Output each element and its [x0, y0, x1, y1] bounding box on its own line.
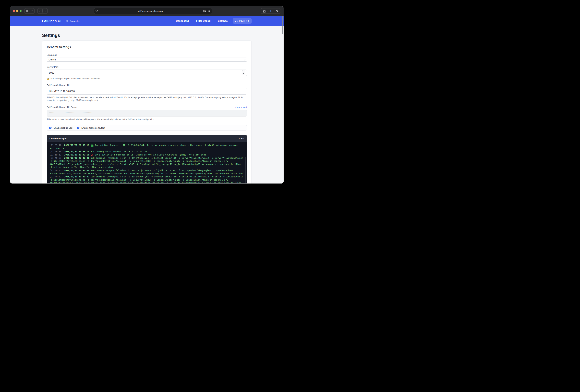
- window-controls: [13, 10, 22, 12]
- language-value: English: [48, 58, 56, 61]
- share-icon[interactable]: [263, 10, 266, 12]
- browser-window: fail2ban.swissmakers.corp A: [10, 6, 284, 184]
- toggle-label[interactable]: Enable Debug Log: [54, 127, 72, 129]
- server-port-input[interactable]: 8080: [47, 70, 247, 76]
- port-warning: Port changes require a container restart…: [47, 78, 247, 80]
- minimize-window-button[interactable]: [16, 10, 18, 12]
- zoom-window-button[interactable]: [20, 10, 22, 12]
- back-button[interactable]: [39, 10, 41, 12]
- forward-button[interactable]: [44, 10, 46, 12]
- server-port-field: Server Port 8080: [47, 66, 247, 80]
- callback-secret-input[interactable]: ••••••••••••••••••••••••••••••••••••••••…: [47, 110, 247, 116]
- toggle-0[interactable]: ✓ Enable Debug Log: [49, 127, 72, 129]
- console-panel: Console Output Clear [21:39:10] 2026/01/…: [47, 135, 247, 184]
- callback-url-label: Fail2ban Callback URL: [47, 84, 247, 87]
- callback-secret-field: Fail2ban Callback URL Secret show secret…: [47, 106, 247, 121]
- log-entry: [21:40:02] 2026/01/21 20:40:02 SSH comma…: [49, 169, 243, 175]
- callback-url-input[interactable]: http://172.16.10.18:8080: [47, 88, 247, 95]
- callback-url-help: This URL is used by all Fail2Ban instanc…: [47, 96, 247, 102]
- toolbar-right-group: +: [261, 8, 281, 14]
- main-nav: Dashboard Filter Debug Settings: [176, 20, 228, 22]
- connected-indicator-icon: [66, 20, 68, 22]
- server-port-label: Server Port: [47, 66, 247, 68]
- number-stepper-icon[interactable]: [242, 70, 245, 75]
- console-horizontal-scrollbar[interactable]: [47, 183, 247, 184]
- app-brand: Fail2ban UI: [42, 19, 61, 23]
- nav-settings[interactable]: Settings: [218, 20, 228, 22]
- log-entry: [21:39:10] 2026/01/21 20:39:10 ✓ Parsed …: [49, 144, 243, 150]
- page-scrollbar-thumb[interactable]: [282, 16, 283, 34]
- toggle-label[interactable]: Enable Console Output: [81, 127, 105, 129]
- connection-status: Connected: [66, 20, 80, 22]
- console-header: Console Output Clear: [47, 135, 247, 142]
- sidebar-toggle-icon[interactable]: [26, 10, 29, 12]
- callback-url-value: http://172.16.10.18:8080: [49, 90, 75, 93]
- callback-url-field: Fail2ban Callback URL http://172.16.10.1…: [47, 84, 247, 102]
- cross-emoji-icon: ✗: [91, 154, 93, 156]
- chevron-down-icon[interactable]: [31, 10, 33, 11]
- log-entry: [21:40:02] 2026/01/21 20:40:02 SSH comma…: [49, 175, 243, 184]
- browser-toolbar: fail2ban.swissmakers.corp A: [10, 6, 284, 16]
- clear-console-button[interactable]: Clear: [239, 137, 244, 140]
- reader-view-icon[interactable]: [96, 10, 98, 12]
- check-emoji-icon: ✓: [91, 145, 93, 147]
- language-field: Language English: [47, 54, 247, 62]
- show-secret-link[interactable]: show secret: [235, 106, 247, 108]
- checkbox-checked-icon[interactable]: ✓: [49, 127, 52, 129]
- close-window-button[interactable]: [13, 10, 15, 12]
- toggle-1[interactable]: ✓ Enable Console Output: [77, 127, 105, 129]
- header-clock: 23:03:46: [233, 18, 252, 24]
- masked-secret-value: ••••••••••••••••••••••••••••••••••••••••…: [49, 111, 96, 114]
- card-title: General Settings: [47, 45, 247, 49]
- divider: [42, 9, 43, 12]
- translate-icon[interactable]: A: [203, 10, 206, 12]
- history-nav-group: [37, 8, 48, 14]
- nav-filter-debug[interactable]: Filter Debug: [196, 20, 211, 22]
- new-tab-icon[interactable]: +: [270, 9, 272, 12]
- callback-secret-help: This secret is used to authenticate ban …: [47, 118, 247, 121]
- general-settings-card: General Settings Language English Server…: [42, 40, 252, 184]
- sidebar-button-group: [24, 8, 35, 14]
- connection-status-label: Connected: [69, 20, 80, 22]
- settings-page: Settings General Settings Language Engli…: [10, 26, 284, 184]
- nav-dashboard[interactable]: Dashboard: [176, 20, 189, 22]
- language-select[interactable]: English: [47, 58, 247, 62]
- server-port-value: 8080: [49, 71, 54, 74]
- tab-overview-icon[interactable]: [276, 10, 278, 12]
- log-entry: [21:39:11] 2026/01/21 20:39:11 ✗ IP 3.21…: [49, 153, 243, 157]
- console-scrollbar-thumb[interactable]: [246, 157, 246, 184]
- callback-secret-label: Fail2ban Callback URL Secret: [47, 106, 77, 108]
- language-label: Language: [47, 54, 247, 56]
- url-text[interactable]: fail2ban.swissmakers.corp: [98, 10, 203, 12]
- debug-toggles-row: ✓ Enable Debug Log ✓ Enable Console Outp…: [47, 125, 247, 131]
- page-title: Settings: [42, 33, 252, 38]
- reload-icon[interactable]: [208, 10, 210, 12]
- checkbox-checked-icon[interactable]: ✓: [77, 127, 79, 129]
- log-entry: [21:39:10] 2026/01/21 20:39:10 Performin…: [49, 150, 243, 153]
- warning-icon: [47, 78, 49, 80]
- app-header: Fail2ban UI Connected Dashboard Filter D…: [10, 16, 284, 26]
- address-bar-area: fail2ban.swissmakers.corp A: [48, 8, 258, 14]
- log-entry: [21:40:01] 2026/01/21 20:40:01 SSH comma…: [49, 157, 243, 169]
- console-output[interactable]: [21:39:10] 2026/01/21 20:39:10 ✓ Parsed …: [47, 142, 247, 184]
- console-title: Console Output: [49, 137, 67, 140]
- select-stepper-icon: [244, 58, 246, 61]
- port-warning-text: Port changes require a container restart…: [50, 78, 101, 80]
- address-bar[interactable]: fail2ban.swissmakers.corp A: [94, 8, 212, 14]
